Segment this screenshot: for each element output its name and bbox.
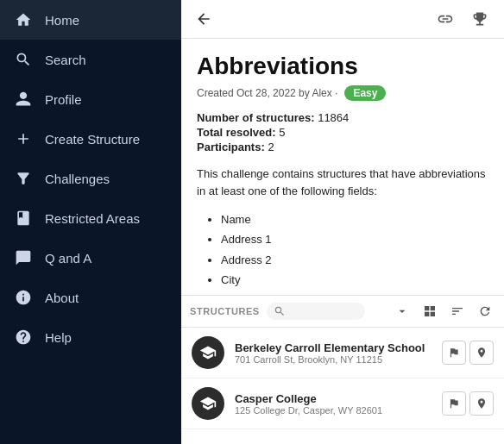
structure-item[interactable]: Berkeley Carroll Elementary School 701 C… [181,328,504,378]
sidebar-item-about[interactable]: About [0,278,181,317]
help-icon [14,328,33,347]
challenge-title: Abbreviations [197,53,488,80]
chat-icon [14,248,33,267]
sidebar-item-create-structure[interactable]: Create Structure [0,119,181,159]
participants-value: 2 [268,141,274,153]
total-resolved-stat: Total resolved: 5 [197,126,488,139]
structure-avatar [192,336,224,369]
difficulty-badge: Easy [344,85,386,101]
structure-actions [442,341,494,365]
structure-avatar [192,387,224,420]
structure-action-location[interactable] [469,391,494,416]
structure-actions [442,391,494,416]
sidebar-item-label: About [45,291,79,305]
plus-icon [14,129,33,148]
sidebar-item-search[interactable]: Search [0,40,181,79]
search-icon [274,305,286,317]
sidebar-item-label: Profile [45,92,82,107]
person-icon [14,90,33,109]
challenge-content: Abbreviations Created Oct 28, 2022 by Al… [181,39,504,295]
structures-bar: STRUCTURES [181,295,504,328]
book-icon [14,209,33,228]
challenge-meta: Created Oct 28, 2022 by Alex · Easy [197,85,488,101]
bullet-item: Name [221,209,488,229]
num-structures-stat: Number of structures: 11864 [197,111,488,124]
sidebar-item-help[interactable]: Help [0,317,181,357]
filter-icon [14,169,33,188]
sidebar-item-label: Create Structure [45,132,140,147]
num-structures-label: Number of structures: [197,111,315,124]
sidebar-item-restricted-areas[interactable]: Restricted Areas [0,198,181,238]
search-icon [14,50,33,69]
challenge-meta-text: Created Oct 28, 2022 by Alex · [197,87,337,99]
sidebar-item-label: Challenges [45,172,110,186]
sidebar-item-label: Search [45,53,86,67]
sidebar-item-home[interactable]: Home [0,0,181,40]
structures-label: STRUCTURES [190,306,260,316]
home-icon [14,10,33,29]
sidebar-item-label: Restricted Areas [45,211,140,226]
structure-action-flag[interactable] [442,341,466,365]
num-structures-value: 11864 [318,111,349,124]
sidebar-item-challenges[interactable]: Challenges [0,159,181,198]
total-resolved-label: Total resolved: [197,126,276,139]
link-icon-button[interactable] [432,7,459,31]
structures-search-input[interactable] [289,305,358,317]
structure-action-location[interactable] [469,341,494,365]
structure-address: 125 College Dr, Casper, WY 82601 [235,405,432,416]
sidebar: Home Search Profile Create Structure Cha… [0,0,181,444]
filter-dropdown-button[interactable] [392,303,413,320]
structure-info: Casper College 125 College Dr, Casper, W… [235,392,432,416]
sidebar-item-q-and-a[interactable]: Q and A [0,238,181,278]
structure-name: Berkeley Carroll Elementary School [235,341,432,354]
participants-label: Participants: [197,141,265,153]
sidebar-item-label: Q and A [45,251,91,266]
structures-search-box[interactable] [267,303,365,320]
bullet-item: Address 2 [221,250,488,270]
sidebar-item-profile[interactable]: Profile [0,79,181,119]
grid-view-button[interactable] [419,303,440,320]
challenge-stats: Number of structures: 11864 Total resolv… [197,111,488,153]
participants-stat: Participants: 2 [197,141,488,153]
structure-action-flag[interactable] [442,391,466,416]
sort-button[interactable] [447,303,468,320]
refresh-button[interactable] [475,303,495,320]
sidebar-item-label: Home [45,13,79,28]
challenge-bullet-list: NameAddress 1Address 2City [221,209,488,291]
topbar [181,0,504,39]
structure-info: Berkeley Carroll Elementary School 701 C… [235,341,432,365]
structure-list: Berkeley Carroll Elementary School 701 C… [181,328,504,444]
bullet-item: City [221,270,488,290]
challenge-description: This challenge contains structures that … [197,166,488,199]
structure-item[interactable]: Casper College 125 College Dr, Casper, W… [181,378,504,429]
total-resolved-value: 5 [279,126,285,139]
back-button[interactable] [192,7,216,31]
structure-address: 701 Carroll St, Brooklyn, NY 11215 [235,354,432,365]
bullet-item: Address 1 [221,229,488,249]
structure-name: Casper College [235,392,432,405]
main-content: Abbreviations Created Oct 28, 2022 by Al… [181,0,504,444]
trophy-icon-button[interactable] [466,7,494,31]
sidebar-item-label: Help [45,330,72,345]
info-icon [14,288,33,307]
